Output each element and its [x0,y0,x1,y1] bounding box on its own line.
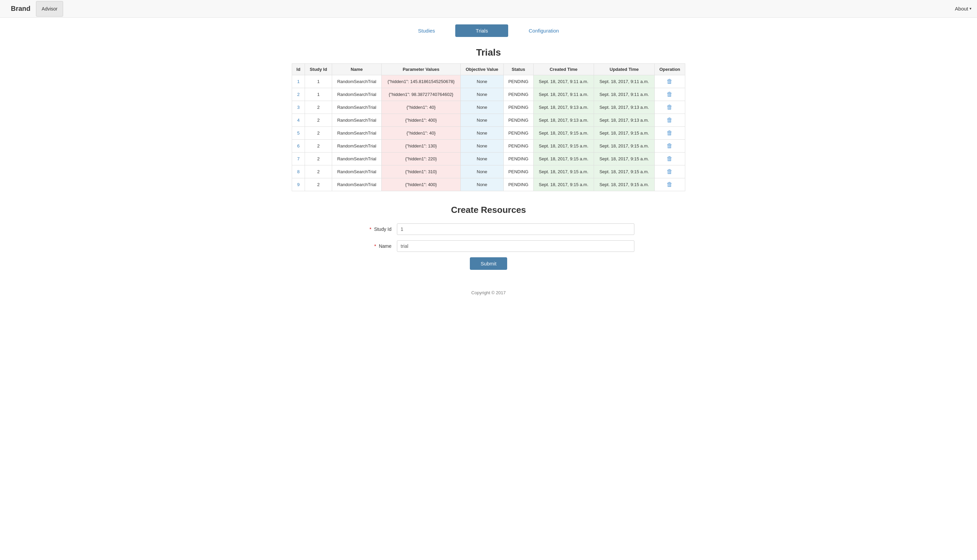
table-cell: 1 [305,88,332,101]
table-cell: RandomSearchTrial [332,101,381,114]
study-id-label: * Study Id [342,227,397,232]
required-star-study-id: * [369,227,371,232]
row-id-link[interactable]: 6 [297,143,299,148]
table-cell: Sept. 18, 2017, 9:15 a.m. [533,127,594,140]
table-cell: PENDING [503,153,533,165]
delete-icon[interactable]: 🗑 [666,91,673,98]
table-cell: None [461,101,503,114]
create-resources-title: Create Resources [292,205,685,215]
table-cell: PENDING [503,127,533,140]
table-cell: 🗑 [655,114,685,127]
trials-table: Id Study Id Name Parameter Values Object… [292,63,685,191]
table-cell: 🗑 [655,101,685,114]
table-row: 82RandomSearchTrial{"hidden1": 310}NoneP… [292,165,685,178]
table-cell: None [461,165,503,178]
delete-icon[interactable]: 🗑 [666,168,673,175]
table-cell: 🗑 [655,165,685,178]
table-cell: {"hidden1": 130} [382,140,461,153]
table-cell: Sept. 18, 2017, 9:13 a.m. [594,114,655,127]
table-cell: 1 [292,75,305,88]
table-cell: 6 [292,140,305,153]
table-cell: RandomSearchTrial [332,153,381,165]
about-menu[interactable]: About ▾ [955,6,972,12]
brand-logo[interactable]: Brand [5,0,36,17]
table-cell: 🗑 [655,88,685,101]
col-header-operation: Operation [655,64,685,75]
table-cell: Sept. 18, 2017, 9:15 a.m. [594,178,655,191]
required-star-name: * [374,243,376,249]
name-input[interactable] [397,240,635,252]
delete-icon[interactable]: 🗑 [666,181,673,188]
table-cell: Sept. 18, 2017, 9:13 a.m. [533,101,594,114]
table-cell: {"hidden1": 145.81861545250678} [382,75,461,88]
tab-trials[interactable]: Trials [455,24,508,37]
table-cell: 1 [305,75,332,88]
row-id-link[interactable]: 7 [297,156,299,162]
table-cell: PENDING [503,88,533,101]
table-cell: 🗑 [655,178,685,191]
table-cell: Sept. 18, 2017, 9:15 a.m. [533,165,594,178]
table-cell: Sept. 18, 2017, 9:15 a.m. [533,140,594,153]
study-id-input[interactable] [397,223,635,235]
table-cell: {"hidden1": 400} [382,114,461,127]
col-header-param: Parameter Values [382,64,461,75]
trials-table-container: Id Study Id Name Parameter Values Object… [285,63,692,191]
table-cell: 8 [292,165,305,178]
row-id-link[interactable]: 8 [297,169,299,174]
table-cell: Sept. 18, 2017, 9:13 a.m. [533,114,594,127]
table-cell: 3 [292,101,305,114]
table-cell: 2 [305,114,332,127]
table-cell: 2 [305,140,332,153]
table-cell: RandomSearchTrial [332,88,381,101]
table-cell: Sept. 18, 2017, 9:13 a.m. [594,101,655,114]
delete-icon[interactable]: 🗑 [666,104,673,110]
col-header-id: Id [292,64,305,75]
delete-icon[interactable]: 🗑 [666,130,673,136]
table-row: 52RandomSearchTrial{"hidden1": 40}NonePE… [292,127,685,140]
table-cell: PENDING [503,140,533,153]
table-cell: 🗑 [655,140,685,153]
table-cell: 2 [305,178,332,191]
table-cell: None [461,88,503,101]
tab-studies[interactable]: Studies [397,24,455,37]
row-id-link[interactable]: 3 [297,105,299,110]
table-cell: PENDING [503,114,533,127]
row-id-link[interactable]: 9 [297,182,299,187]
table-row: 72RandomSearchTrial{"hidden1": 220}NoneP… [292,153,685,165]
advisor-tab[interactable]: Advisor [36,1,63,17]
table-cell: None [461,140,503,153]
study-id-row: * Study Id [292,223,685,235]
about-label: About [955,6,968,12]
delete-icon[interactable]: 🗑 [666,142,673,149]
delete-icon[interactable]: 🗑 [666,117,673,123]
delete-icon[interactable]: 🗑 [666,78,673,85]
table-cell: RandomSearchTrial [332,114,381,127]
tab-configuration[interactable]: Configuration [508,24,579,37]
chevron-down-icon: ▾ [970,7,972,11]
tab-navigation: Studies Trials Configuration [0,18,977,40]
table-cell: PENDING [503,178,533,191]
row-id-link[interactable]: 4 [297,118,299,123]
table-cell: Sept. 18, 2017, 9:11 a.m. [594,88,655,101]
row-id-link[interactable]: 1 [297,79,299,84]
page-title: Trials [0,47,977,58]
name-row: * Name [292,240,685,252]
table-cell: {"hidden1": 400} [382,178,461,191]
submit-button[interactable]: Submit [470,257,508,270]
delete-icon[interactable]: 🗑 [666,155,673,162]
table-row: 32RandomSearchTrial{"hidden1": 40}NonePE… [292,101,685,114]
table-cell: RandomSearchTrial [332,75,381,88]
table-cell: {"hidden1": 40} [382,127,461,140]
name-label: * Name [342,243,397,249]
col-header-updated: Updated Time [594,64,655,75]
row-id-link[interactable]: 5 [297,130,299,136]
table-cell: Sept. 18, 2017, 9:11 a.m. [533,88,594,101]
table-cell: Sept. 18, 2017, 9:11 a.m. [533,75,594,88]
table-cell: RandomSearchTrial [332,178,381,191]
col-header-objective: Objective Value [461,64,503,75]
table-cell: {"hidden1": 310} [382,165,461,178]
study-id-label-text: Study Id [374,227,391,232]
row-id-link[interactable]: 2 [297,92,299,97]
col-header-created: Created Time [533,64,594,75]
table-cell: 4 [292,114,305,127]
